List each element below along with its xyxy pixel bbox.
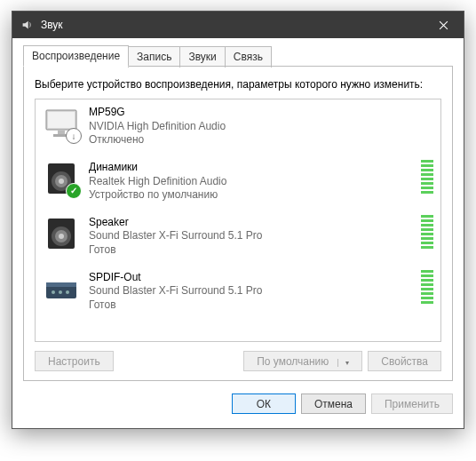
- device-name: MP59G: [89, 106, 433, 120]
- dialog-footer: ОК Отмена Применить: [23, 393, 453, 417]
- svg-rect-13: [46, 282, 76, 287]
- svg-point-14: [52, 290, 55, 294]
- device-name: Динамики: [89, 161, 416, 175]
- properties-button[interactable]: Свойства: [368, 351, 441, 371]
- tab-playback[interactable]: Воспроизведение: [23, 45, 129, 67]
- device-desc: Sound Blaster X-Fi Surround 5.1 Pro: [89, 229, 416, 243]
- ok-button[interactable]: ОК: [232, 393, 296, 414]
- device-status: Готов: [89, 243, 416, 258]
- sound-dialog: Звук Воспроизведение Запись Звуки Связь …: [12, 11, 464, 429]
- tab-recording[interactable]: Запись: [128, 46, 180, 68]
- svg-point-11: [59, 234, 64, 239]
- content-area: Воспроизведение Запись Звуки Связь Выбер…: [12, 38, 464, 428]
- spdif-box-icon: [43, 270, 80, 307]
- monitor-icon: ↓: [43, 105, 80, 142]
- cancel-button[interactable]: Отмена: [301, 393, 366, 414]
- default-badge-icon: ✓: [66, 183, 82, 199]
- device-info: SPDIF-Out Sound Blaster X-Fi Surround 5.…: [89, 270, 416, 313]
- titlebar[interactable]: Звук: [12, 12, 464, 38]
- device-row[interactable]: ↓ MP59G NVIDIA High Definition Audio Отк…: [36, 99, 440, 155]
- device-list[interactable]: ↓ MP59G NVIDIA High Definition Audio Отк…: [35, 99, 441, 342]
- panel-button-row: Настроить По умолчанию Свойства: [35, 351, 441, 371]
- device-name: SPDIF-Out: [89, 271, 416, 285]
- level-meter: [421, 215, 433, 249]
- window-title: Звук: [41, 19, 424, 31]
- device-info: Speaker Sound Blaster X-Fi Surround 5.1 …: [89, 215, 416, 258]
- tab-sounds[interactable]: Звуки: [179, 46, 225, 68]
- svg-point-16: [66, 290, 69, 294]
- tab-communications[interactable]: Связь: [225, 46, 272, 68]
- svg-rect-1: [48, 112, 75, 128]
- set-default-button[interactable]: По умолчанию: [243, 351, 362, 371]
- device-status: Отключено: [89, 133, 433, 147]
- device-row[interactable]: Speaker Sound Blaster X-Fi Surround 5.1 …: [36, 210, 440, 265]
- device-info: MP59G NVIDIA High Definition Audio Отклю…: [89, 105, 433, 147]
- device-row[interactable]: SPDIF-Out Sound Blaster X-Fi Surround 5.…: [36, 265, 440, 320]
- close-button[interactable]: [424, 12, 464, 38]
- svg-rect-2: [58, 131, 65, 134]
- tab-panel: Выберите устройство воспроизведения, пар…: [23, 66, 453, 381]
- device-desc: Realtek High Definition Audio: [89, 175, 416, 189]
- device-status: Устройство по умолчанию: [89, 188, 416, 203]
- device-row[interactable]: ✓ Динамики Realtek High Definition Audio…: [36, 155, 440, 210]
- device-desc: Sound Blaster X-Fi Surround 5.1 Pro: [89, 284, 416, 298]
- level-meter: [421, 270, 433, 304]
- svg-point-15: [59, 290, 62, 294]
- device-status: Готов: [89, 298, 416, 313]
- speaker-icon: ✓: [43, 160, 80, 197]
- tab-strip: Воспроизведение Запись Звуки Связь: [23, 45, 453, 67]
- device-name: Speaker: [89, 216, 416, 230]
- device-desc: NVIDIA High Definition Audio: [89, 120, 433, 134]
- instruction-text: Выберите устройство воспроизведения, пар…: [35, 77, 441, 91]
- svg-point-7: [59, 179, 64, 184]
- speaker-icon: [43, 215, 80, 252]
- app-icon: [20, 18, 34, 32]
- configure-button[interactable]: Настроить: [35, 351, 114, 371]
- level-meter: [421, 160, 433, 194]
- apply-button[interactable]: Применить: [371, 393, 453, 414]
- device-info: Динамики Realtek High Definition Audio У…: [89, 160, 416, 203]
